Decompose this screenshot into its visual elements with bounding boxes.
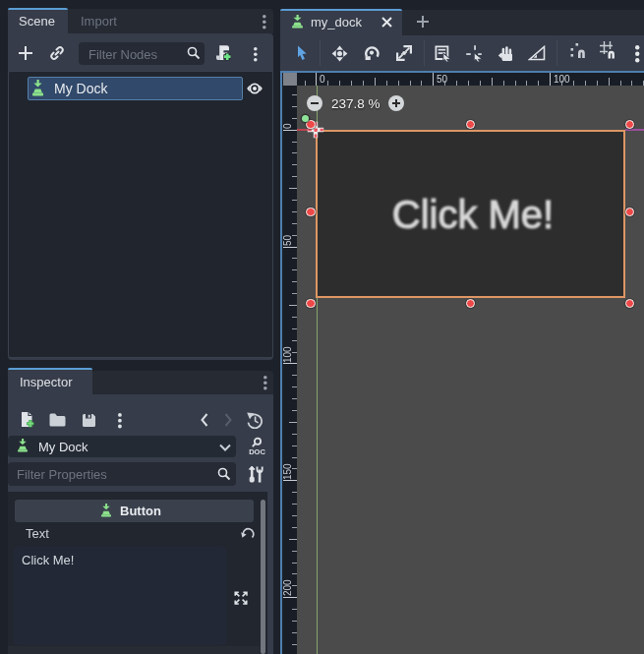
svg-text:DOC: DOC — [249, 447, 265, 456]
